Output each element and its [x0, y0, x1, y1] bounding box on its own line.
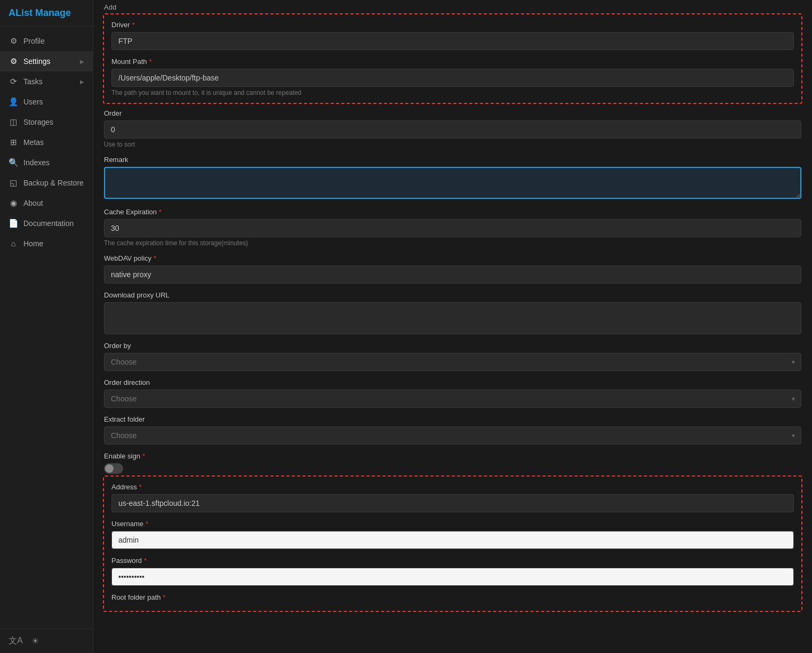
about-icon: ◉	[9, 198, 18, 208]
home-icon: ⌂	[9, 239, 18, 248]
sidebar-item-label: Storages	[23, 118, 84, 126]
order-field-group: Order Use to sort	[104, 109, 801, 148]
username-required-marker: *	[146, 520, 148, 528]
username-field-group: Username *	[111, 520, 794, 549]
sidebar: AList Manage ⚙ Profile ⚙ Settings ▶ ⟳ Ta…	[0, 0, 93, 653]
extract-folder-select-wrapper: Choose	[104, 426, 801, 445]
enable-sign-required-marker: *	[142, 452, 145, 460]
sidebar-item-storages[interactable]: ◫ Storages	[0, 112, 93, 132]
enable-sign-field-group: Enable sign *	[104, 452, 801, 475]
webdav-policy-field-group: WebDAV policy *	[104, 254, 801, 284]
order-label: Order	[104, 109, 801, 117]
sidebar-nav: ⚙ Profile ⚙ Settings ▶ ⟳ Tasks ▶ 👤 Users…	[0, 27, 93, 628]
main-content: Add Driver * Mount Path * The path you w…	[93, 0, 812, 653]
order-hint: Use to sort	[104, 141, 801, 148]
enable-sign-toggle[interactable]	[104, 463, 123, 474]
order-direction-label: Order direction	[104, 378, 801, 386]
tasks-icon: ⟳	[9, 77, 18, 86]
bottom-red-border-section: Address * Username * Password *	[103, 475, 802, 612]
username-input[interactable]	[111, 531, 794, 549]
mount-path-input[interactable]	[111, 69, 794, 87]
password-input[interactable]	[111, 568, 794, 586]
order-by-select[interactable]: Choose	[104, 353, 801, 371]
username-label: Username *	[111, 520, 794, 528]
extract-folder-label: Extract folder	[104, 415, 801, 423]
sidebar-item-indexes[interactable]: 🔍 Indexes	[0, 152, 93, 173]
download-proxy-url-field-group: Download proxy URL	[104, 291, 801, 334]
sidebar-item-label: Metas	[23, 138, 84, 147]
mount-path-hint: The path you want to mount to, it is uni…	[111, 89, 794, 96]
sidebar-item-label: Tasks	[23, 77, 75, 86]
top-area: Add Driver * Mount Path * The path you w…	[93, 0, 812, 104]
chevron-right-icon: ▶	[80, 59, 84, 65]
password-label: Password *	[111, 557, 794, 565]
download-proxy-url-input[interactable]	[104, 302, 801, 334]
sidebar-item-label: Users	[23, 98, 84, 106]
sidebar-item-label: Settings	[23, 57, 75, 66]
sidebar-item-label: About	[23, 199, 84, 207]
chevron-right-icon: ▶	[80, 79, 84, 85]
settings-icon: ⚙	[9, 57, 18, 66]
sidebar-item-label: Documentation	[23, 219, 84, 228]
order-direction-select[interactable]: Choose	[104, 390, 801, 408]
address-field-group: Address *	[111, 483, 794, 512]
address-input[interactable]	[111, 494, 794, 512]
driver-label: Driver *	[111, 21, 794, 29]
add-label: Add	[104, 0, 801, 13]
mount-path-field-group: Mount Path * The path you want to mount …	[111, 58, 794, 96]
metas-icon: ⊞	[9, 138, 18, 147]
sidebar-item-about[interactable]: ◉ About	[0, 193, 93, 213]
mount-path-required-marker: *	[149, 58, 152, 66]
driver-input[interactable]	[111, 32, 794, 50]
app-logo: AList Manage	[0, 0, 93, 27]
driver-required-marker: *	[132, 21, 135, 29]
theme-toggle-icon[interactable]: ☀	[31, 636, 39, 646]
password-required-marker: *	[144, 557, 147, 565]
sidebar-item-settings[interactable]: ⚙ Settings ▶	[0, 51, 93, 71]
toggle-slider	[104, 463, 123, 474]
sidebar-item-documentation[interactable]: 📄 Documentation	[0, 213, 93, 233]
order-by-label: Order by	[104, 342, 801, 350]
translate-icon[interactable]: 文A	[9, 635, 23, 647]
sidebar-item-label: Profile	[23, 37, 84, 45]
order-by-field-group: Order by Choose	[104, 342, 801, 371]
remark-textarea[interactable]	[104, 167, 801, 199]
cache-hint: The cache expiration time for this stora…	[104, 239, 801, 247]
sidebar-item-metas[interactable]: ⊞ Metas	[0, 132, 93, 152]
root-folder-path-field-group: Root folder path *	[111, 593, 794, 601]
profile-icon: ⚙	[9, 36, 18, 46]
driver-field-group: Driver *	[111, 21, 794, 50]
root-folder-required-marker: *	[163, 593, 166, 601]
sidebar-item-home[interactable]: ⌂ Home	[0, 233, 93, 253]
cache-expiration-label: Cache Expiration *	[104, 208, 801, 216]
enable-sign-label: Enable sign *	[104, 452, 801, 460]
extract-folder-select[interactable]: Choose	[104, 426, 801, 445]
order-direction-select-wrapper: Choose	[104, 390, 801, 408]
remark-field-group: Remark	[104, 156, 801, 200]
bottom-section-wrapper: Address * Username * Password *	[93, 475, 812, 623]
order-input[interactable]	[104, 120, 801, 139]
cache-required-marker: *	[159, 208, 162, 216]
top-red-border-section: Driver * Mount Path * The path you want …	[103, 13, 802, 104]
webdav-policy-input[interactable]	[104, 265, 801, 284]
storage-icon: ◫	[9, 117, 18, 127]
sidebar-item-users[interactable]: 👤 Users	[0, 92, 93, 112]
sidebar-item-backup[interactable]: ◱ Backup & Restore	[0, 173, 93, 193]
extract-folder-field-group: Extract folder Choose	[104, 415, 801, 445]
sidebar-item-profile[interactable]: ⚙ Profile	[0, 31, 93, 51]
docs-icon: 📄	[9, 219, 18, 228]
download-proxy-url-label: Download proxy URL	[104, 291, 801, 299]
webdav-policy-label: WebDAV policy *	[104, 254, 801, 262]
sidebar-item-label: Home	[23, 239, 84, 248]
address-required-marker: *	[139, 483, 142, 491]
webdav-required-marker: *	[154, 254, 156, 262]
address-label: Address *	[111, 483, 794, 491]
password-field-group: Password *	[111, 557, 794, 586]
sidebar-item-tasks[interactable]: ⟳ Tasks ▶	[0, 71, 93, 92]
sidebar-bottom: 文A ☀	[0, 628, 93, 653]
cache-expiration-input[interactable]	[104, 219, 801, 237]
user-icon: 👤	[9, 97, 18, 107]
sidebar-item-label: Indexes	[23, 158, 84, 167]
sidebar-item-label: Backup & Restore	[23, 179, 84, 187]
remark-label: Remark	[104, 156, 801, 164]
